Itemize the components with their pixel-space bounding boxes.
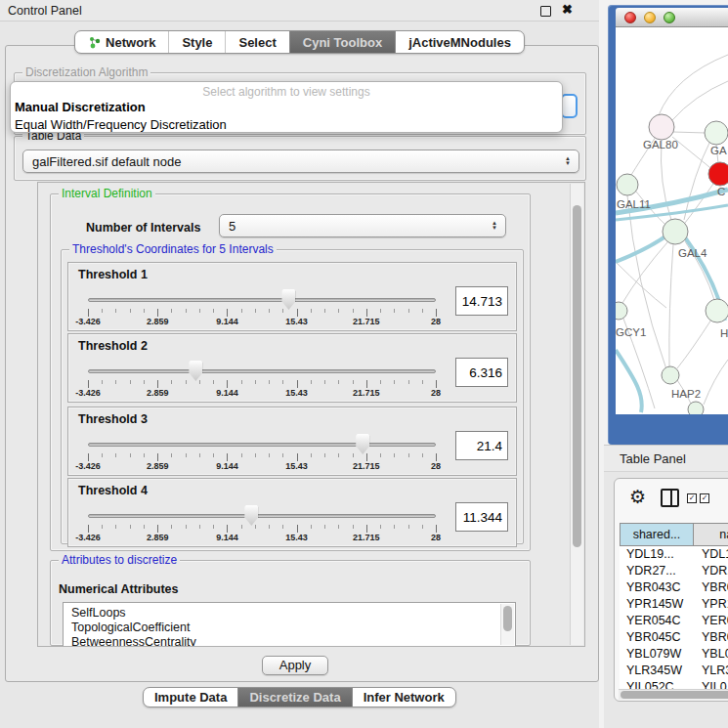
tick-label: 2.859 bbox=[147, 388, 169, 398]
split-columns-icon[interactable] bbox=[661, 489, 679, 507]
table-data-group: Table Data galFiltered.sif default node … bbox=[14, 136, 586, 181]
column-header[interactable]: name bbox=[694, 523, 728, 546]
network-view-window: GAL80GACGAL11GAL4GCY1HHAP2 bbox=[608, 5, 728, 445]
table-cell: YER0 bbox=[694, 613, 728, 629]
node-label: C bbox=[717, 186, 725, 197]
tab-label: Discretize Data bbox=[249, 690, 340, 705]
scrollbar-thumb[interactable] bbox=[503, 606, 512, 631]
scrollbar-thumb[interactable] bbox=[621, 691, 728, 699]
table-cell: YPR1 bbox=[694, 596, 728, 613]
threshold-value-field[interactable] bbox=[455, 286, 508, 316]
numerical-attributes-list[interactable]: SelfLoopsTopologicalCoefficientBetweenne… bbox=[63, 602, 516, 647]
slider-handle[interactable] bbox=[281, 289, 295, 310]
table-cell: YLR3 bbox=[694, 663, 728, 679]
tick-label: -3.426 bbox=[75, 388, 101, 398]
table-row[interactable]: YBR043CYBR0 bbox=[620, 579, 728, 596]
tick-label: 21.715 bbox=[353, 461, 380, 471]
algorithm-combo-stepper[interactable] bbox=[561, 94, 578, 118]
checkbox-icon[interactable]: ✓ bbox=[700, 493, 709, 503]
network-canvas[interactable]: GAL80GACGAL11GAL4GCY1HHAP2 bbox=[616, 27, 728, 414]
table-cell: YDR2 bbox=[694, 563, 728, 579]
close-icon[interactable]: ✖ bbox=[562, 2, 573, 17]
table-panel-header: Table Panel bbox=[604, 445, 728, 472]
threshold-value-field[interactable] bbox=[455, 502, 508, 532]
algorithm-popup: Select algorithm to view settings Manual… bbox=[10, 81, 563, 133]
table-row[interactable]: YIL052CYIL0 bbox=[620, 679, 728, 689]
algorithm-option[interactable]: Manual Discretization bbox=[11, 99, 562, 116]
table-cell: YDL1 bbox=[694, 546, 728, 563]
slider-handle[interactable] bbox=[244, 505, 258, 526]
tick-label: 21.715 bbox=[353, 533, 380, 542]
tab-select[interactable]: Select bbox=[225, 31, 288, 53]
network-node[interactable] bbox=[708, 162, 728, 186]
threshold-value-field[interactable] bbox=[455, 431, 508, 460]
close-traffic-light-icon[interactable] bbox=[624, 12, 636, 23]
attribute-item[interactable]: BetweennessCentrality bbox=[64, 635, 515, 647]
network-node[interactable] bbox=[649, 114, 674, 140]
table-cell: YBR043C bbox=[620, 579, 694, 596]
table-panel-title: Table Panel bbox=[604, 451, 686, 466]
slider-track[interactable] bbox=[88, 443, 436, 447]
tab-label: Impute Data bbox=[154, 690, 227, 705]
checkbox-icon[interactable]: ✓ bbox=[687, 493, 697, 503]
settings-scrollbar[interactable] bbox=[570, 184, 583, 645]
slider-track[interactable] bbox=[88, 369, 436, 373]
network-node[interactable] bbox=[706, 299, 728, 322]
tick-label: 15.43 bbox=[285, 388, 308, 398]
list-scrollbar[interactable] bbox=[500, 604, 514, 645]
table-row[interactable]: YER054CYER0 bbox=[620, 613, 728, 629]
tab-infer-network[interactable]: Infer Network bbox=[352, 688, 455, 707]
table-data-combo-value: galFiltered.sif default node bbox=[32, 154, 181, 169]
tick-label: 28 bbox=[431, 388, 441, 398]
algorithm-option[interactable]: Equal Width/Frequency Discretization bbox=[11, 116, 562, 133]
network-node[interactable] bbox=[663, 219, 688, 244]
attribute-item[interactable]: TopologicalCoefficient bbox=[64, 621, 515, 635]
table-cell: YIL052C bbox=[620, 679, 694, 689]
network-node[interactable] bbox=[688, 402, 704, 414]
table-row[interactable]: YDR27...YDR2 bbox=[620, 563, 728, 579]
slider-handle[interactable] bbox=[189, 361, 202, 381]
table-hscrollbar[interactable] bbox=[619, 689, 728, 700]
table-cell: YBL0 bbox=[694, 646, 728, 663]
table-cell: YER054C bbox=[620, 613, 694, 629]
float-window-icon[interactable] bbox=[540, 6, 551, 17]
slider-handle[interactable] bbox=[356, 434, 369, 454]
panel-title: Control Panel bbox=[0, 4, 82, 18]
tab-impute-data[interactable]: Impute Data bbox=[144, 688, 237, 707]
table-row[interactable]: YBL079WYBL0 bbox=[620, 646, 728, 663]
table-cell: YBR0 bbox=[694, 629, 728, 646]
zoom-traffic-light-icon[interactable] bbox=[664, 12, 675, 23]
num-intervals-label: Number of Intervals bbox=[86, 221, 200, 235]
network-graph-icon bbox=[88, 36, 101, 49]
tab-cyni-toolbox[interactable]: Cyni Toolbox bbox=[289, 31, 395, 53]
tab-label: Style bbox=[182, 35, 212, 50]
scrollbar-thumb[interactable] bbox=[573, 205, 581, 547]
stepper-icon: ▲▼ bbox=[492, 221, 497, 231]
apply-button[interactable]: Apply bbox=[262, 656, 328, 675]
gear-icon[interactable]: ⚙ bbox=[629, 487, 646, 508]
threshold-label: Threshold 4 bbox=[78, 484, 148, 497]
table-row[interactable]: YPR145WYPR1 bbox=[620, 596, 728, 613]
table-row[interactable]: YBR045CYBR0 bbox=[620, 629, 728, 646]
threshold-value-field[interactable] bbox=[455, 358, 508, 387]
network-node[interactable] bbox=[705, 121, 728, 145]
slider-track[interactable] bbox=[88, 514, 436, 518]
column-header[interactable]: shared... bbox=[620, 523, 694, 546]
minimize-traffic-light-icon[interactable] bbox=[644, 12, 656, 23]
stepper-icon: ▲▼ bbox=[565, 156, 571, 166]
table-row[interactable]: YDL19...YDL1 bbox=[620, 546, 728, 563]
tab-network[interactable]: Network bbox=[75, 31, 168, 53]
attribute-item[interactable]: SelfLoops bbox=[64, 603, 515, 621]
table-row[interactable]: YLR345WYLR3 bbox=[620, 663, 728, 679]
num-intervals-combo[interactable]: 5 ▲▼ bbox=[219, 214, 506, 237]
network-node[interactable] bbox=[617, 174, 638, 195]
thresholds-group: Threshold's Coordinates for 5 Intervals … bbox=[61, 249, 524, 544]
tab-discretize-data[interactable]: Discretize Data bbox=[237, 688, 351, 707]
tab-label: Network bbox=[106, 35, 155, 50]
network-node[interactable] bbox=[662, 366, 679, 384]
tab-jactivemnodules[interactable]: jActiveMNodules bbox=[395, 31, 524, 53]
table-data-combo[interactable]: galFiltered.sif default node ▲▼ bbox=[22, 150, 579, 173]
network-node[interactable] bbox=[616, 302, 627, 320]
slider-track[interactable] bbox=[88, 298, 436, 302]
tab-style[interactable]: Style bbox=[168, 31, 225, 53]
